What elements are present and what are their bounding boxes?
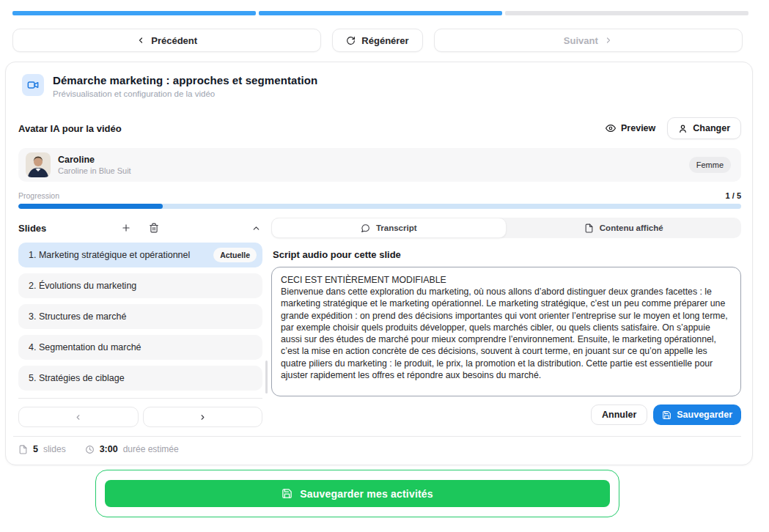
selected-avatar-row[interactable]: Caroline Caroline in Blue Suit Femme [18, 148, 741, 182]
tab-displayed-content-label: Contenu affiché [600, 223, 663, 232]
duration-value: 3:00 [100, 444, 118, 454]
save-icon [662, 410, 672, 420]
preview-button[interactable]: Preview [606, 123, 655, 133]
slide-item-1[interactable]: 1. Marketing stratégique et opérationnel… [18, 243, 262, 267]
trash-icon [149, 223, 159, 233]
slide-item-5[interactable]: 5. Stratégies de ciblage [18, 366, 262, 391]
regenerate-button[interactable]: Régénérer [332, 29, 422, 52]
tab-transcript-label: Transcript [376, 223, 417, 232]
save-activities-container: Sauvegarder mes activités [95, 470, 619, 517]
chevron-left-icon [74, 413, 82, 421]
progression-bar [18, 204, 741, 209]
slides-count-value: 5 [33, 444, 38, 454]
video-camera-icon [22, 74, 44, 96]
slide-item-4[interactable]: 4. Segmentation du marché [18, 335, 262, 360]
gender-badge: Femme [689, 157, 731, 173]
slide-pager [18, 407, 262, 427]
delete-slide-button[interactable] [147, 221, 161, 234]
add-slide-button[interactable] [119, 221, 133, 234]
script-label: Script audio pour cette slide [273, 249, 741, 260]
editor-main: Slides 1. Marketing [18, 218, 741, 427]
chevron-up-icon [251, 223, 261, 233]
progression-bar-fill [18, 204, 163, 209]
card-header-text: Démarche marketing : approches et segmen… [53, 74, 317, 98]
eye-icon [606, 123, 616, 133]
video-preview-page: Précédent Régénérer Suivant Démarche mar… [0, 0, 769, 532]
tab-displayed-content[interactable]: Contenu affiché [507, 218, 742, 238]
next-label: Suivant [564, 35, 598, 46]
page-subtitle: Prévisualisation et configuration de la … [53, 89, 317, 98]
slide-item-label: 2. Évolutions du marketing [29, 281, 136, 291]
chevron-right-icon [199, 413, 207, 421]
progress-stepper [12, 11, 748, 15]
collapse-slides-button[interactable] [250, 222, 262, 234]
save-script-button[interactable]: Sauvegarder [653, 404, 741, 425]
cancel-button[interactable]: Annuler [591, 404, 647, 425]
chevron-left-icon [136, 36, 145, 45]
slide-list: 1. Marketing stratégique et opérationnel… [18, 243, 262, 391]
card-header: Démarche marketing : approches et segmen… [22, 74, 741, 98]
refresh-icon [346, 36, 356, 45]
editor-actions: Annuler Sauvegarder [271, 404, 741, 425]
previous-button[interactable]: Précédent [12, 29, 321, 52]
regenerate-label: Régénérer [361, 35, 408, 46]
slide-item-label: 4. Segmentation du marché [29, 342, 141, 352]
next-slide-button[interactable] [143, 407, 263, 427]
slides-tools [119, 221, 161, 234]
save-activities-label: Sauvegarder mes activités [300, 488, 433, 500]
slide-item-label: 5. Stratégies de ciblage [29, 373, 125, 383]
progression-label: Progression [18, 191, 59, 200]
next-button[interactable]: Suivant [434, 29, 743, 52]
plus-icon [121, 223, 131, 233]
clock-icon [85, 445, 95, 454]
chevron-right-icon [604, 36, 613, 45]
current-slide-badge: Actuelle [213, 248, 257, 262]
avatar-actions: Preview Changer [606, 117, 741, 139]
tab-transcript[interactable]: Transcript [271, 218, 507, 238]
script-textarea[interactable]: CECI EST ENTIÈREMENT MODIFIABLE Bienvenu… [271, 267, 741, 396]
slide-item-label: 1. Marketing stratégique et opérationnel [29, 250, 190, 260]
avatar-section-header: Avatar IA pour la vidéo Preview Changer [18, 117, 741, 139]
save-activities-button[interactable]: Sauvegarder mes activités [105, 480, 610, 507]
duration-label: durée estimée [123, 444, 179, 454]
previous-label: Précédent [151, 35, 197, 46]
progression-value: 1 / 5 [726, 191, 741, 200]
stepper-segment-1 [12, 11, 256, 15]
slides-panel: Slides 1. Marketing [18, 218, 262, 427]
avatar-meta: Caroline Caroline in Blue Suit [58, 155, 131, 175]
editor-tabs: Transcript Contenu affiché [271, 218, 741, 238]
page-title: Démarche marketing : approches et segmen… [53, 74, 317, 86]
progression-header: Progression 1 / 5 [18, 191, 741, 200]
change-avatar-label: Changer [693, 123, 730, 133]
save-icon [282, 488, 292, 499]
slides-panel-header: Slides [18, 218, 262, 238]
wizard-toolbar: Précédent Régénérer Suivant [12, 29, 743, 52]
slide-item-label: 3. Structures de marché [29, 311, 126, 322]
avatar-section-label: Avatar IA pour la vidéo [18, 123, 122, 134]
slide-item-2[interactable]: 2. Évolutions du marketing [18, 273, 262, 298]
video-config-card: Démarche marketing : approches et segmen… [5, 62, 753, 465]
preview-label: Preview [621, 123, 655, 133]
previous-slide-button[interactable] [18, 407, 139, 427]
stepper-segment-2 [259, 11, 502, 15]
slides-count-label: slides [43, 444, 66, 454]
slides-count-stat: 5 slides [18, 444, 66, 454]
script-editor: Transcript Contenu affiché Script audio … [271, 218, 741, 425]
slides-scrollbar[interactable] [265, 247, 268, 394]
document-icon [584, 223, 594, 233]
stepper-segment-3 [505, 11, 748, 15]
card-footer: 5 slides 3:00 durée estimée [18, 444, 741, 454]
avatar-description: Caroline in Blue Suit [58, 166, 131, 175]
speech-bubble-icon [361, 223, 370, 233]
card-footer-divider [13, 436, 741, 437]
change-avatar-button[interactable]: Changer [667, 117, 741, 139]
document-icon [18, 445, 28, 454]
duration-stat: 3:00 durée estimée [85, 444, 179, 454]
person-icon [678, 124, 688, 133]
slide-item-3[interactable]: 3. Structures de marché [18, 304, 262, 329]
slides-divider [18, 398, 262, 399]
avatar [26, 152, 51, 177]
save-script-label: Sauvegarder [677, 410, 732, 420]
avatar-name: Caroline [58, 155, 131, 165]
slides-panel-title: Slides [18, 223, 46, 234]
